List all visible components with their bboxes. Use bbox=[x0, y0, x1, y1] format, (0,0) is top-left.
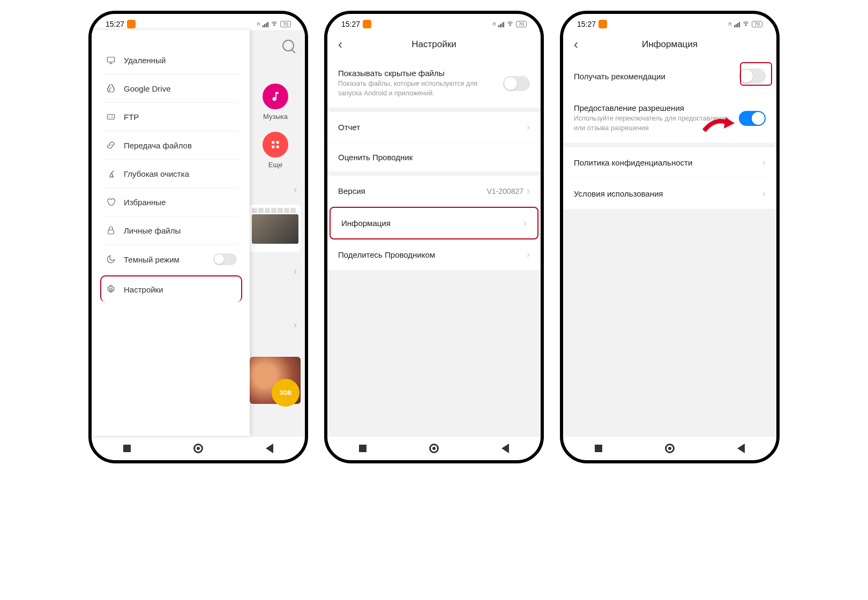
setting-version[interactable]: Версия V1-200827 › bbox=[327, 176, 541, 207]
broom-icon bbox=[106, 168, 116, 179]
app-indicator-icon bbox=[598, 20, 607, 28]
permissions-toggle[interactable] bbox=[739, 111, 766, 126]
svg-rect-5 bbox=[107, 57, 115, 62]
wifi-icon bbox=[506, 20, 514, 29]
page-title: Информация bbox=[642, 39, 698, 50]
row-chevron-icon[interactable]: › bbox=[290, 266, 301, 277]
ftp-icon bbox=[106, 111, 116, 122]
svg-point-0 bbox=[274, 25, 275, 26]
chevron-right-icon: › bbox=[523, 218, 527, 229]
status-bar: 15:27 R 70 bbox=[92, 14, 305, 30]
category-music[interactable]: Музыка bbox=[259, 84, 291, 121]
status-bar: 15:27 R 70 bbox=[327, 14, 541, 30]
nav-recents[interactable] bbox=[120, 441, 134, 455]
setting-rate[interactable]: Оценить Проводник bbox=[327, 143, 541, 171]
signal-icon bbox=[734, 21, 740, 27]
drawer-item-private[interactable]: Личные файлы bbox=[103, 216, 239, 245]
back-button[interactable]: ‹ bbox=[571, 37, 581, 52]
svg-point-10 bbox=[745, 25, 746, 26]
recent-thumbnail[interactable]: — bbox=[250, 205, 301, 252]
setting-hidden-files[interactable]: Показывать скрытые файлы Показать файлы,… bbox=[327, 59, 541, 108]
page-title: Настройки bbox=[411, 39, 456, 50]
nav-back[interactable] bbox=[498, 441, 512, 455]
battery-icon: 70 bbox=[516, 21, 527, 27]
battery-icon: 70 bbox=[280, 21, 291, 27]
chevron-right-icon: › bbox=[527, 122, 530, 133]
nav-back[interactable] bbox=[734, 441, 748, 455]
back-button[interactable]: ‹ bbox=[335, 37, 346, 52]
main-content-peek: Музыка Еще › — › › › 3GB bbox=[246, 30, 305, 436]
gear-icon bbox=[106, 284, 116, 295]
svg-point-8 bbox=[110, 288, 113, 291]
app-indicator-icon bbox=[363, 20, 371, 28]
wifi-icon bbox=[742, 20, 750, 29]
setting-information[interactable]: Информация › bbox=[330, 207, 538, 239]
nav-home[interactable] bbox=[191, 441, 205, 455]
svg-rect-1 bbox=[272, 141, 274, 144]
drawer-item-transfer[interactable]: Передача файлов bbox=[103, 131, 239, 160]
svg-point-9 bbox=[510, 25, 511, 26]
navigation-drawer: Удаленный Google Drive FTP Передача файл… bbox=[92, 30, 250, 436]
chevron-right-icon: › bbox=[527, 249, 530, 260]
hidden-files-toggle[interactable] bbox=[503, 76, 530, 91]
page-header: ‹ Информация bbox=[563, 30, 776, 59]
drawer-item-remote[interactable]: Удаленный bbox=[103, 46, 239, 74]
moon-icon bbox=[106, 254, 116, 265]
nav-home[interactable] bbox=[663, 441, 677, 455]
signal-icon bbox=[498, 21, 504, 27]
wifi-icon bbox=[271, 20, 278, 29]
svg-rect-3 bbox=[272, 146, 274, 148]
nav-home[interactable] bbox=[427, 441, 441, 455]
search-icon[interactable] bbox=[282, 40, 294, 51]
chevron-right-icon: › bbox=[762, 188, 766, 199]
drawer-item-favorites[interactable]: Избранные bbox=[103, 188, 239, 216]
chevron-right-icon: › bbox=[527, 185, 530, 197]
status-time: 15:27 bbox=[577, 20, 596, 28]
drawer-item-gdrive[interactable]: Google Drive bbox=[103, 74, 239, 103]
drawer-item-ftp[interactable]: FTP bbox=[103, 103, 239, 131]
svg-rect-7 bbox=[108, 230, 114, 234]
svg-rect-6 bbox=[107, 115, 115, 119]
chevron-right-icon: › bbox=[762, 157, 766, 168]
navigation-bar bbox=[92, 436, 305, 460]
status-time: 15:27 bbox=[341, 20, 360, 28]
category-more[interactable]: Еще bbox=[259, 132, 291, 169]
signal-icon bbox=[263, 21, 268, 27]
setting-share[interactable]: Поделитесь Проводником › bbox=[327, 239, 541, 270]
navigation-bar bbox=[327, 436, 541, 460]
setting-privacy-policy[interactable]: Политика конфиденциальности › bbox=[563, 147, 776, 178]
nav-back[interactable] bbox=[263, 441, 276, 455]
setting-report[interactable]: Отчет › bbox=[327, 112, 541, 143]
version-value: V1-200827 bbox=[487, 187, 523, 196]
lock-icon bbox=[106, 225, 116, 236]
page-header: ‹ Настройки bbox=[327, 30, 541, 59]
status-bar: 15:27 R 70 bbox=[563, 14, 776, 30]
drawer-item-clean[interactable]: Глубокая очистка bbox=[103, 160, 239, 188]
setting-terms[interactable]: Условия использования › bbox=[563, 178, 776, 209]
row-chevron-icon[interactable]: › bbox=[290, 319, 301, 331]
drawer-item-settings[interactable]: Настройки bbox=[100, 275, 242, 302]
monitor-icon bbox=[106, 55, 116, 65]
drawer-item-dark-mode[interactable]: Темный режим bbox=[103, 245, 239, 274]
svg-rect-4 bbox=[276, 146, 279, 148]
nav-recents[interactable] bbox=[592, 441, 605, 455]
dark-mode-toggle[interactable] bbox=[213, 253, 237, 265]
app-indicator-icon bbox=[127, 20, 136, 28]
status-time: 15:27 bbox=[106, 20, 124, 28]
cleaner-fab[interactable]: 3GB bbox=[272, 379, 300, 407]
svg-rect-2 bbox=[276, 141, 279, 144]
heart-icon bbox=[106, 197, 116, 207]
battery-icon: 70 bbox=[752, 21, 762, 27]
setting-permissions[interactable]: Предоставление разрешения Используйте пе… bbox=[563, 94, 776, 143]
link-icon bbox=[106, 140, 116, 151]
row-chevron-icon[interactable]: › bbox=[290, 184, 301, 196]
navigation-bar bbox=[563, 436, 776, 460]
nav-recents[interactable] bbox=[356, 441, 370, 455]
annotation-highlight bbox=[740, 62, 772, 86]
gdrive-icon bbox=[106, 83, 116, 94]
